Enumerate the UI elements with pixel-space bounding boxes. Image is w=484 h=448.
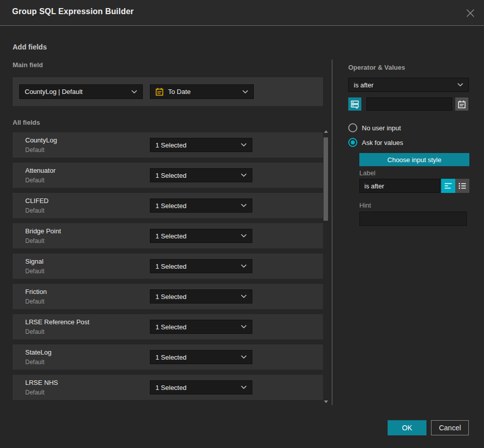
field-selection-dropdown[interactable]: 1 Selected: [150, 138, 252, 152]
date-field-select-value: To Date: [168, 88, 191, 95]
chevron-down-icon: [241, 234, 247, 238]
field-selection-value: 1 Selected: [155, 141, 186, 149]
chevron-down-icon: [241, 143, 247, 147]
field-selection-value: 1 Selected: [155, 232, 186, 240]
field-selection-value: 1 Selected: [155, 202, 186, 210]
field-selection-value: 1 Selected: [155, 323, 186, 331]
chevron-down-icon: [242, 90, 248, 94]
hint-input[interactable]: [359, 212, 467, 226]
field-subtitle: Default: [25, 207, 44, 214]
field-subtitle: Default: [25, 389, 44, 396]
field-row: Friction Default 1 Selected: [13, 284, 323, 309]
scroll-down-icon[interactable]: [324, 401, 328, 403]
field-selection-dropdown[interactable]: 1 Selected: [150, 259, 252, 273]
field-selection-dropdown[interactable]: 1 Selected: [150, 289, 252, 304]
operator-select[interactable]: is after: [348, 78, 469, 92]
title-bar: Group SQL Expression Builder: [0, 0, 484, 26]
field-subtitle: Default: [25, 298, 44, 305]
field-row: LRSE NHS Default 1 Selected: [13, 375, 323, 400]
cancel-button[interactable]: Cancel: [431, 420, 469, 435]
scroll-up-icon[interactable]: [324, 130, 328, 133]
main-field-select[interactable]: CountyLog | Default: [19, 84, 143, 99]
date-field-select[interactable]: To Date: [150, 84, 254, 99]
field-name: Attenuator: [25, 167, 56, 174]
field-row: StateLog Default 1 Selected: [13, 344, 323, 370]
add-fields-heading: Add fields: [13, 43, 47, 51]
hint-heading: Hint: [359, 202, 371, 209]
chevron-down-icon: [241, 385, 247, 389]
field-selection-value: 1 Selected: [155, 263, 186, 270]
field-selection-dropdown[interactable]: 1 Selected: [150, 350, 252, 364]
main-field-bar: CountyLog | Default To Date: [13, 77, 323, 106]
main-field-heading: Main field: [13, 61, 43, 69]
field-subtitle: Default: [25, 359, 44, 366]
calendar-icon: [155, 87, 164, 96]
field-name: Bridge Point: [25, 227, 61, 235]
field-selection-dropdown[interactable]: 1 Selected: [150, 229, 252, 243]
field-selection-dropdown[interactable]: 1 Selected: [150, 320, 252, 334]
chevron-down-icon: [131, 90, 137, 94]
all-fields-list: CountyLog Default 1 Selected Attenuator …: [13, 132, 323, 405]
radio-label: No user input: [362, 124, 401, 132]
field-row: Signal Default 1 Selected: [13, 254, 323, 279]
scrollbar-thumb[interactable]: [324, 137, 328, 221]
field-subtitle: Default: [25, 268, 44, 275]
chevron-down-icon: [241, 204, 247, 208]
radio-circle-icon: [348, 138, 357, 147]
field-row: Bridge Point Default 1 Selected: [13, 223, 323, 248]
field-selection-value: 1 Selected: [155, 293, 186, 301]
value-input[interactable]: [366, 97, 452, 111]
field-name: CLIFED: [25, 197, 48, 205]
field-name: Signal: [25, 258, 43, 265]
chevron-down-icon: [457, 83, 463, 87]
list-style-button[interactable]: [455, 179, 469, 193]
all-fields-heading: All fields: [13, 119, 40, 126]
field-row: LRSE Reference Post Default 1 Selected: [13, 314, 323, 339]
field-name: LRSE Reference Post: [25, 318, 89, 326]
field-subtitle: Default: [25, 177, 44, 184]
field-selection-dropdown[interactable]: 1 Selected: [150, 380, 252, 394]
radio-ask-for-values[interactable]: Ask for values: [348, 138, 403, 146]
date-picker-button[interactable]: [455, 97, 468, 111]
ok-button[interactable]: OK: [388, 420, 426, 435]
panel-divider: [332, 60, 333, 405]
chevron-down-icon: [241, 325, 247, 329]
input-style-toggle: [441, 179, 469, 193]
value-source-toggle-button[interactable]: [348, 97, 361, 111]
field-name: Friction: [25, 288, 47, 295]
chevron-down-icon: [241, 294, 247, 298]
group-sql-expression-builder-dialog: Group SQL Expression Builder Add fields …: [0, 0, 484, 448]
field-row: CountyLog Default 1 Selected: [13, 132, 323, 158]
field-name: StateLog: [25, 349, 51, 356]
field-selection-value: 1 Selected: [155, 354, 186, 361]
label-heading: Label: [359, 169, 375, 177]
chevron-down-icon: [241, 355, 247, 359]
radio-no-user-input[interactable]: No user input: [348, 124, 401, 132]
choose-input-style-button[interactable]: Choose input style: [359, 153, 469, 166]
chevron-down-icon: [241, 173, 247, 177]
field-selection-value: 1 Selected: [155, 172, 186, 179]
field-selection-dropdown[interactable]: 1 Selected: [150, 168, 252, 182]
field-row: CLIFED Default 1 Selected: [13, 193, 323, 218]
main-field-select-value: CountyLog | Default: [25, 88, 83, 95]
close-icon[interactable]: [465, 8, 476, 19]
label-input[interactable]: [359, 179, 440, 193]
dialog-title: Group SQL Expression Builder: [12, 7, 134, 16]
operator-select-value: is after: [354, 81, 373, 89]
field-row: Attenuator Default 1 Selected: [13, 163, 323, 188]
radio-circle-icon: [348, 123, 357, 132]
list-scrollbar[interactable]: [323, 129, 329, 405]
radio-label: Ask for values: [362, 139, 403, 146]
single-value-style-button[interactable]: [441, 179, 455, 193]
chevron-down-icon: [241, 264, 247, 268]
field-subtitle: Default: [25, 146, 44, 154]
operator-values-heading: Operator & Values: [348, 64, 405, 71]
field-name: LRSE NHS: [25, 379, 58, 386]
field-selection-dropdown[interactable]: 1 Selected: [150, 198, 252, 213]
field-selection-value: 1 Selected: [155, 384, 186, 391]
field-subtitle: Default: [25, 237, 44, 244]
field-name: CountyLog: [25, 136, 57, 144]
field-subtitle: Default: [25, 328, 44, 335]
